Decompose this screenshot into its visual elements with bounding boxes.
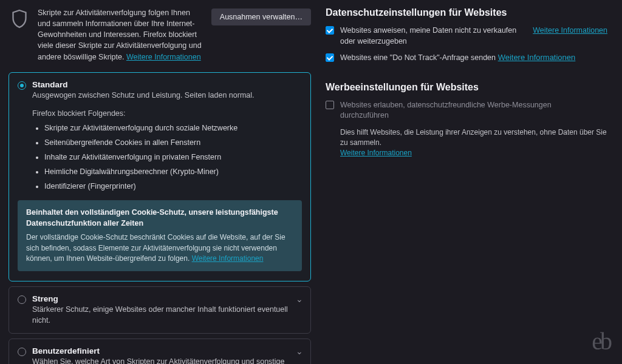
- tracking-intro-learn-more-link[interactable]: Weitere Informationen: [126, 53, 201, 61]
- strict-title: Streng: [32, 294, 302, 303]
- infobox-text: Der vollständige Cookie-Schutz beschränk…: [26, 232, 293, 264]
- tracking-intro: Skripte zur Aktivitätenverfolgung folgen…: [9, 7, 311, 62]
- standard-block-list: Skripte zur Aktivitätenverfolgung durch …: [44, 124, 302, 190]
- dnt-checkbox[interactable]: [326, 53, 334, 62]
- shield-icon: [9, 7, 30, 31]
- do-not-sell-learn-more-link[interactable]: Weitere Informationen: [533, 26, 607, 35]
- ad-measurement-desc: Dies hilft Websites, die Leistung ihrer …: [340, 127, 607, 159]
- dnt-learn-more-link[interactable]: Weitere Informationen: [498, 53, 576, 62]
- infobox-title: Beinhaltet den vollständigen Cookie-Schu…: [26, 207, 293, 229]
- tracking-intro-text: Skripte zur Aktivitätenverfolgung folgen…: [38, 7, 204, 62]
- strict-subtitle: Stärkerer Schutz, einige Websites oder m…: [32, 305, 302, 326]
- protection-level-standard[interactable]: Standard Ausgewogen zwischen Schutz und …: [9, 72, 311, 282]
- list-item: Heimliche Digitalwährungsberechner (Kryp…: [44, 167, 302, 176]
- custom-title: Benutzerdefiniert: [32, 346, 302, 356]
- chevron-down-icon: ⌄: [296, 346, 303, 356]
- do-not-sell-checkbox[interactable]: [326, 26, 334, 35]
- privacy-section-heading: Datenschutzeinstellungen für Websites: [326, 7, 607, 18]
- manage-exceptions-button[interactable]: Ausnahmen verwalten…: [211, 8, 311, 25]
- ad-measurement-label: Websites erlauben, datenschutzfreundlich…: [340, 101, 552, 120]
- custom-subtitle: Wählen Sie, welche Art von Skripten zur …: [32, 357, 302, 364]
- chevron-down-icon: ⌄: [296, 294, 303, 304]
- radio-standard[interactable]: [18, 81, 26, 90]
- protection-level-custom[interactable]: ⌄ Benutzerdefiniert Wählen Sie, welche A…: [9, 339, 311, 364]
- do-not-sell-row: Websites anweisen, meine Daten nicht zu …: [326, 25, 607, 47]
- ad-measurement-row: Websites erlauben, datenschutzfreundlich…: [326, 100, 607, 121]
- dnt-label: Websites eine "Do Not Track"-Anfrage sen…: [340, 53, 496, 62]
- infobox-learn-more-link[interactable]: Weitere Informationen: [192, 254, 264, 263]
- radio-strict[interactable]: [18, 295, 26, 304]
- radio-custom[interactable]: [18, 348, 26, 356]
- watermark: eb: [592, 327, 610, 356]
- standard-blocks-label: Firefox blockiert Folgendes:: [32, 109, 302, 118]
- standard-title: Standard: [32, 80, 255, 89]
- list-item: Inhalte zur Aktivitätenverfolgung in pri…: [44, 153, 302, 161]
- dnt-row: Websites eine "Do Not Track"-Anfrage sen…: [326, 53, 607, 64]
- list-item: Seitenübergreifende Cookies in allen Fen…: [44, 138, 302, 147]
- ad-measurement-checkbox[interactable]: [326, 101, 334, 109]
- cookie-protection-infobox: Beinhaltet den vollständigen Cookie-Schu…: [18, 200, 302, 271]
- ads-section-heading: Werbeeinstellungen für Websites: [326, 82, 607, 93]
- ad-measurement-learn-more-link[interactable]: Weitere Informationen: [340, 149, 412, 157]
- list-item: Skripte zur Aktivitätenverfolgung durch …: [44, 124, 302, 132]
- protection-level-strict[interactable]: ⌄ Streng Stärkerer Schutz, einige Websit…: [9, 286, 311, 334]
- do-not-sell-label: Websites anweisen, meine Daten nicht zu …: [340, 26, 516, 46]
- list-item: Identifizierer (Fingerprinter): [44, 182, 302, 190]
- standard-subtitle: Ausgewogen zwischen Schutz und Leistung.…: [32, 90, 255, 101]
